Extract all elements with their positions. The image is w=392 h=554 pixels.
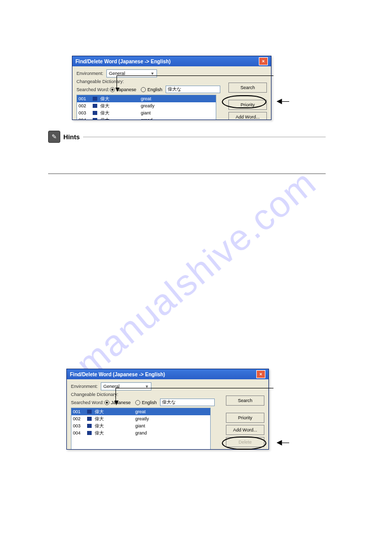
close-icon[interactable]: ×: [259, 57, 268, 65]
hints-section: ✎ Hints: [48, 131, 326, 174]
add-word-button[interactable]: Add Word...: [228, 112, 267, 120]
row-num: 004: [79, 117, 93, 120]
row-jp: 偉大: [100, 103, 141, 109]
row-en: greatly: [135, 416, 209, 421]
row-jp: 偉大: [95, 423, 135, 429]
hints-icon: ✎: [48, 131, 60, 143]
environment-label: Environment:: [71, 384, 98, 389]
row-num: 001: [73, 409, 87, 414]
callout-line: [115, 388, 273, 388]
radio-japanese[interactable]: [104, 400, 109, 405]
list-row[interactable]: 001 偉大 great: [71, 408, 210, 415]
titlebar: Find/Delete Word (Japanese -> English) ×: [67, 369, 268, 379]
row-en: grand: [135, 430, 209, 436]
watermark: manualshive.com: [68, 162, 324, 385]
dialog-title: Find/Delete Word (Japanese -> English): [70, 372, 165, 377]
row-en: great: [141, 96, 214, 101]
book-icon: [87, 424, 92, 428]
list-row[interactable]: 004 偉大 grand: [77, 116, 216, 120]
book-icon: [93, 104, 97, 108]
row-en: giant: [135, 423, 209, 428]
row-jp: 偉大: [100, 117, 141, 121]
list-row[interactable]: 004 偉大 grand: [71, 429, 210, 437]
searched-word-label: Searched Word:: [71, 400, 104, 405]
searched-word-label: Searched Word:: [76, 87, 110, 92]
list-row[interactable]: 002 偉大 greatly: [77, 102, 216, 109]
book-icon: [93, 97, 97, 101]
row-jp: 偉大: [100, 96, 141, 102]
environment-label: Environment:: [76, 71, 103, 76]
list-row[interactable]: 003 偉大 giant: [77, 109, 216, 116]
environment-dropdown[interactable]: General ▼: [106, 69, 157, 77]
book-icon: [87, 410, 92, 414]
row-num: 001: [79, 96, 93, 101]
changeable-dict-label: Changeable Dictionary:: [71, 392, 119, 397]
list-row[interactable]: 002 偉大 greatly: [71, 415, 210, 422]
add-word-button[interactable]: Add Word...: [226, 425, 264, 435]
row-num: 003: [79, 110, 93, 115]
book-icon: [93, 118, 97, 120]
radio-english[interactable]: [141, 87, 146, 92]
search-button[interactable]: Search: [226, 395, 264, 406]
row-num: 002: [73, 416, 87, 421]
close-icon[interactable]: ×: [256, 370, 265, 378]
search-input[interactable]: 偉大な: [166, 86, 220, 93]
callout-arrow-down: ▼: [114, 85, 121, 93]
arrow-left: ◀—: [277, 97, 289, 105]
hints-divider: [48, 173, 326, 174]
hints-title: Hints: [63, 133, 80, 141]
find-delete-dialog-1: Find/Delete Word (Japanese -> English) ×…: [72, 56, 271, 120]
row-en: giant: [141, 110, 214, 115]
search-input[interactable]: 偉大な: [160, 399, 215, 406]
priority-button[interactable]: Priority: [226, 413, 264, 423]
callout-line: [116, 75, 273, 76]
radio-english-label: English: [142, 400, 157, 405]
row-en: greatly: [141, 103, 214, 108]
list-row[interactable]: 001 偉大 great: [77, 95, 216, 102]
book-icon: [93, 111, 97, 115]
row-num: 003: [73, 423, 87, 428]
book-icon: [87, 431, 92, 435]
arrow-left: ◀—: [277, 438, 289, 446]
radio-english[interactable]: [135, 400, 140, 405]
row-jp: 偉大: [95, 416, 135, 422]
callout-arrow-down: ▼: [113, 398, 120, 406]
row-num: 004: [73, 430, 87, 436]
priority-circle: [222, 95, 266, 108]
list-row[interactable]: 003 偉大 giant: [71, 422, 210, 429]
row-en: grand: [141, 117, 214, 120]
row-jp: 偉大: [95, 409, 135, 415]
hints-rule: [83, 137, 326, 137]
titlebar: Find/Delete Word (Japanese -> English) ×: [72, 56, 271, 66]
results-list[interactable]: 001 偉大 great 002 偉大 greatly 003 偉大 giant: [71, 408, 211, 450]
row-en: great: [135, 409, 209, 414]
dialog-title: Find/Delete Word (Japanese -> English): [75, 59, 171, 64]
row-jp: 偉大: [95, 430, 135, 437]
book-icon: [87, 417, 92, 421]
results-list[interactable]: 001 偉大 great 002 偉大 greatly 003 偉大 giant: [76, 95, 216, 120]
row-num: 002: [79, 103, 93, 108]
search-button[interactable]: Search: [228, 83, 267, 93]
not-usable-circle: [222, 437, 266, 450]
row-jp: 偉大: [100, 110, 141, 116]
radio-english-label: English: [147, 87, 163, 92]
environment-dropdown[interactable]: General ▼: [101, 382, 151, 390]
